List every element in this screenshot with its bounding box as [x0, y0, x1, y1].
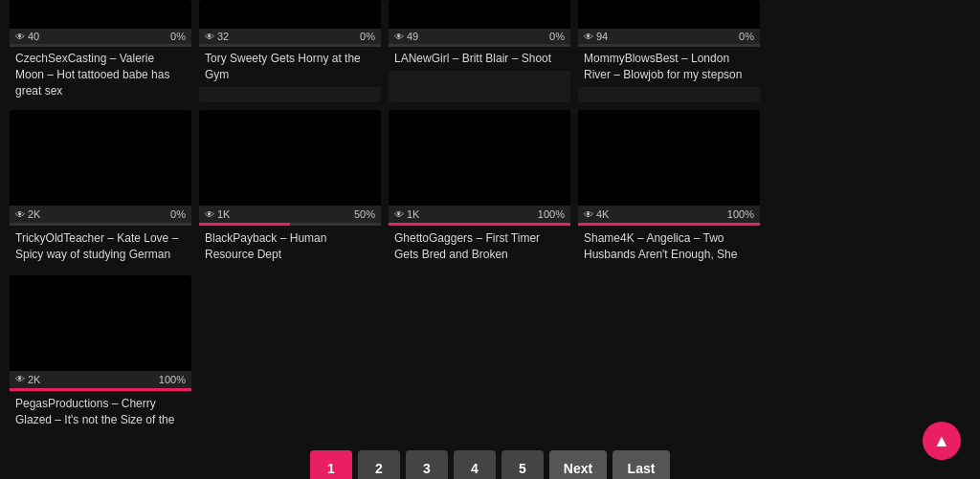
page-btn-2[interactable]: 2: [358, 450, 400, 479]
card-mid-3[interactable]: 👁 1K 100% GhettoGaggers – First Timer Ge…: [389, 110, 570, 268]
pagination: 1 2 3 4 5 Next Last: [10, 450, 970, 479]
partial-card-3[interactable]: 👁 49 0% LANewGirl – Britt Blair – Shoot: [389, 0, 570, 102]
next-button[interactable]: Next: [549, 450, 607, 479]
card-mid-2[interactable]: 👁 1K 50% BlackPayback – Human Resource D…: [199, 110, 381, 268]
partial-card-2[interactable]: 👁 32 0% Tory Sweety Gets Horny at the Gy…: [199, 0, 381, 102]
scroll-top-button[interactable]: ▲: [923, 422, 961, 460]
page-btn-1[interactable]: 1: [310, 450, 352, 479]
partial-card-4[interactable]: 👁 94 0% MommyBlowsBest – London River – …: [578, 0, 760, 102]
partial-card-1[interactable]: 👁 40 0% CzechSexCasting – Valerie Moon –…: [10, 0, 191, 102]
card-bottom-1[interactable]: 👁 2K 100% PegasProductions – Cherry Glaz…: [10, 275, 191, 433]
page-btn-5[interactable]: 5: [501, 450, 544, 479]
card-mid-4[interactable]: 👁 4K 100% Shame4K – Angelica – Two Husba…: [578, 110, 760, 268]
last-button[interactable]: Last: [612, 450, 670, 479]
page-btn-4[interactable]: 4: [454, 450, 496, 479]
card-mid-1[interactable]: 👁 2K 0% TrickyOldTeacher – Kate Love – S…: [10, 110, 191, 268]
page-btn-3[interactable]: 3: [406, 450, 448, 479]
